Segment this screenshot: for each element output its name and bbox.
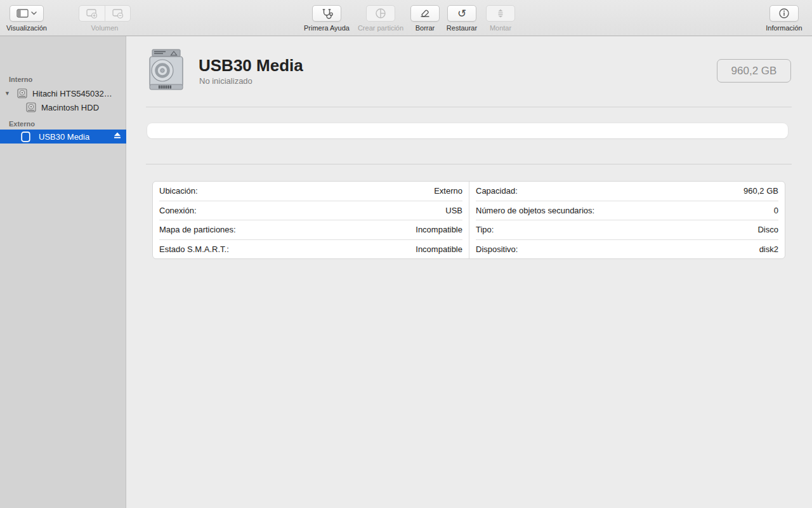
first-aid-button[interactable] <box>312 5 341 22</box>
sidebar-item-label: Macintosh HDD <box>41 103 99 112</box>
remove-volume-icon <box>112 8 124 19</box>
add-volume-button[interactable] <box>79 6 105 21</box>
disk-details-table: Ubicación: Externo Conexión: USB Mapa de… <box>152 181 785 259</box>
sidebar-section-internal: Interno <box>9 76 32 83</box>
disk-utility-window: Visualización <box>0 0 812 508</box>
detail-row-capacity: Capacidad: 960,2 GB <box>469 182 785 201</box>
eject-icon[interactable] <box>114 131 121 139</box>
detail-value: Incompatible <box>416 244 462 254</box>
view-button[interactable] <box>10 5 44 22</box>
divider <box>146 107 792 107</box>
details-column-left: Ubicación: Externo Conexión: USB Mapa de… <box>153 182 469 258</box>
detail-value: Externo <box>434 186 462 196</box>
erase-label: Borrar <box>416 24 435 32</box>
internal-volume-icon <box>26 102 36 112</box>
partition-label: Crear partición <box>358 24 403 32</box>
page-title: USB30 Media <box>199 56 303 76</box>
partition-pie-icon <box>375 8 386 19</box>
info-label: Información <box>766 24 802 32</box>
disclosure-triangle-icon[interactable]: ▼ <box>4 90 10 97</box>
toolbar-item-first-aid: Primera Ayuda <box>303 5 351 32</box>
page-subtitle: No inicializado <box>199 76 252 86</box>
partition-button[interactable] <box>366 5 395 22</box>
toolbar-item-restore: ↺ Restaurar <box>442 5 481 32</box>
sidebar: Interno ▼ Hitachi HTS545032… <box>0 36 126 508</box>
view-label: Visualización <box>6 24 47 32</box>
remove-volume-button[interactable] <box>105 6 130 21</box>
restore-arrow-icon: ↺ <box>457 8 466 19</box>
detail-value: 960,2 GB <box>743 186 778 196</box>
info-button[interactable] <box>769 5 799 22</box>
capacity-badge: 960,2 GB <box>717 59 791 83</box>
restore-button[interactable]: ↺ <box>447 5 476 22</box>
detail-row-type: Tipo: Disco <box>469 220 785 239</box>
detail-label: Número de objetos secundarios: <box>476 206 594 215</box>
detail-value: Disco <box>757 225 778 234</box>
detail-value: USB <box>445 206 462 215</box>
sidebar-item-usb30-media[interactable]: USB30 Media <box>0 130 126 144</box>
sidebar-item-label: Hitachi HTS545032… <box>32 89 112 98</box>
sidebar-view-icon <box>16 9 29 18</box>
main-content: USB30 Media No inicializado 960,2 GB Ubi… <box>127 36 812 508</box>
detail-label: Ubicación: <box>159 186 198 196</box>
space-usage-bar <box>147 123 788 138</box>
toolbar-item-mount: Montar <box>484 5 517 32</box>
detail-row-device: Dispositivo: disk2 <box>469 240 785 259</box>
divider <box>146 164 792 164</box>
detail-label: Conexión: <box>159 206 197 215</box>
internal-disk-icon <box>17 88 27 98</box>
first-aid-label: Primera Ayuda <box>304 24 350 32</box>
info-icon <box>778 8 790 19</box>
hard-disk-icon <box>148 49 184 92</box>
stethoscope-icon <box>321 8 333 19</box>
volume-label: Volumen <box>91 24 119 32</box>
toolbar-item-info: Información <box>761 5 807 32</box>
detail-label: Capacidad: <box>476 186 518 196</box>
detail-label: Tipo: <box>476 225 494 234</box>
add-volume-icon <box>86 8 98 19</box>
eraser-icon <box>419 8 431 19</box>
mount-button[interactable] <box>486 5 515 22</box>
detail-label: Mapa de particiones: <box>159 225 236 234</box>
restore-label: Restaurar <box>447 24 477 32</box>
details-column-right: Capacidad: 960,2 GB Número de objetos se… <box>469 182 785 258</box>
toolbar-item-view: Visualización <box>4 5 49 32</box>
detail-row-partition-map: Mapa de particiones: Incompatible <box>153 220 469 239</box>
sidebar-item-hitachi[interactable]: ▼ Hitachi HTS545032… <box>0 87 126 100</box>
detail-value: 0 <box>774 206 778 215</box>
mount-icon <box>495 8 506 19</box>
sidebar-item-label: USB30 Media <box>39 132 89 142</box>
detail-row-smart-status: Estado S.M.A.R.T.: Incompatible <box>153 240 469 259</box>
detail-value: Incompatible <box>416 225 462 234</box>
detail-row-location: Ubicación: Externo <box>153 182 469 201</box>
mount-label: Montar <box>490 24 511 32</box>
detail-label: Estado S.M.A.R.T.: <box>159 244 229 254</box>
detail-label: Dispositivo: <box>476 244 518 254</box>
volume-segment <box>79 5 131 22</box>
toolbar-item-partition: Crear partición <box>353 5 408 32</box>
chevron-down-icon <box>31 11 37 15</box>
sidebar-item-macintosh-hdd[interactable]: Macintosh HDD <box>0 101 126 114</box>
external-disk-icon <box>21 131 30 142</box>
toolbar: Visualización <box>0 0 812 36</box>
detail-row-connection: Conexión: USB <box>153 201 469 220</box>
detail-value: disk2 <box>759 244 778 254</box>
toolbar-item-volume: Volumen <box>79 5 131 32</box>
toolbar-item-erase: Borrar <box>409 5 441 32</box>
erase-button[interactable] <box>410 5 440 22</box>
sidebar-section-external: Externo <box>9 120 35 128</box>
detail-row-child-count: Número de objetos secundarios: 0 <box>469 201 785 220</box>
